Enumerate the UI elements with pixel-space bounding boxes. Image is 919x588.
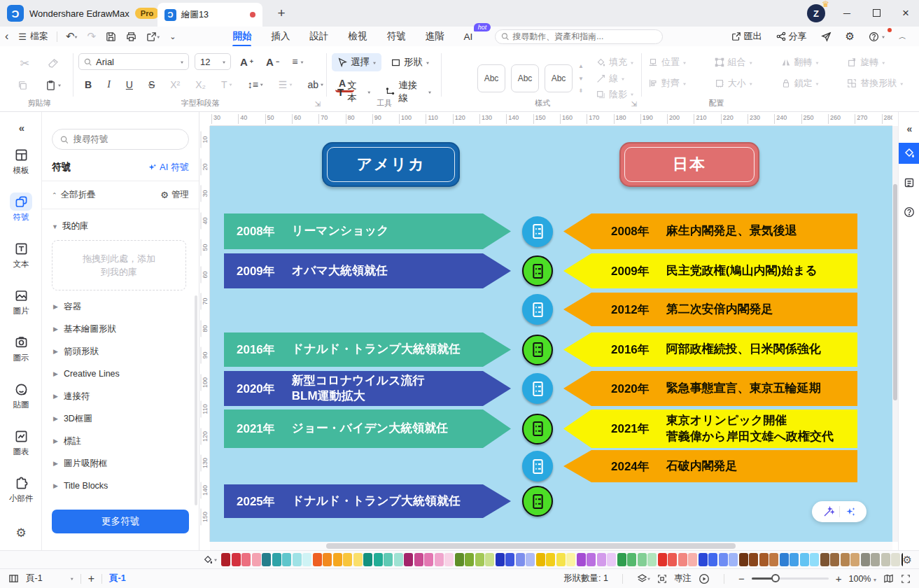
color-swatch[interactable] (404, 553, 413, 566)
color-swatch[interactable] (850, 553, 860, 566)
color-swatch[interactable] (505, 553, 514, 566)
color-swatch[interactable] (323, 553, 332, 566)
my-library-section[interactable]: ▼ 我的庫 (52, 220, 88, 232)
color-swatch[interactable] (749, 553, 758, 566)
ai-sparkles-icon[interactable] (845, 506, 856, 517)
color-swatch[interactable] (496, 553, 505, 566)
timeline-event-jp-2009年[interactable]: 2009年民主党政権(鳩山内閣)始まる (563, 253, 857, 288)
focus-label[interactable]: 專注 (674, 573, 692, 584)
layers-icon[interactable]: ▾ (637, 573, 650, 584)
collapse-ribbon-icon[interactable]: ︿ (893, 29, 912, 44)
menu-符號[interactable]: 符號 (377, 27, 415, 46)
library-標註[interactable]: ▶標註 (42, 430, 193, 452)
page-overview-icon[interactable] (8, 573, 19, 584)
decrease-font-icon[interactable]: A− (262, 54, 283, 70)
library-連接符[interactable]: ▶連接符 (42, 385, 193, 407)
color-swatch[interactable] (485, 553, 494, 566)
fit-window-icon[interactable] (901, 574, 911, 584)
color-swatch[interactable] (658, 553, 667, 566)
fill-color-picker[interactable]: ▾ (203, 555, 217, 565)
maximize-button[interactable] (869, 8, 884, 19)
timeline-node-icon[interactable] (522, 486, 553, 517)
bold-button[interactable]: B (81, 77, 95, 92)
font-size-select[interactable]: 12▾ (195, 53, 231, 70)
global-search-input[interactable] (512, 31, 657, 41)
timeline-event-us-2016年[interactable]: 2016年ドナルド・トランプ大統領就任 (224, 332, 511, 367)
subscript-button[interactable]: X₂ (192, 77, 209, 92)
document-tab[interactable]: Ɔ 繪圖13 (157, 3, 262, 27)
color-swatch[interactable] (627, 553, 636, 566)
library-容器[interactable]: ▶容器 (42, 295, 193, 318)
color-swatch[interactable] (302, 553, 311, 566)
export-button[interactable]: 匯出 (726, 28, 768, 45)
share-button[interactable]: 分享 (771, 28, 813, 45)
color-swatch[interactable] (607, 553, 616, 566)
color-swatch[interactable] (232, 553, 241, 566)
library-基本繪圖形狀[interactable]: ▶基本繪圖形狀 (42, 318, 193, 340)
color-swatch[interactable] (617, 553, 626, 566)
color-swatch[interactable] (769, 553, 778, 566)
color-swatch[interactable] (688, 553, 697, 566)
ai-symbols-button[interactable]: AI 符號 (148, 161, 189, 174)
user-avatar[interactable]: Z ♛ (807, 4, 825, 22)
timeline-event-us-2021年[interactable]: 2021年ジョー・バイデン大統領就任 (224, 410, 511, 448)
presentation-play-icon[interactable] (699, 573, 710, 584)
magic-wand-icon[interactable] (823, 506, 834, 517)
color-swatch[interactable] (394, 553, 403, 566)
more-tools-icon[interactable]: ⌄ (169, 32, 176, 41)
color-swatch[interactable] (577, 553, 586, 566)
color-swatch[interactable] (465, 553, 474, 566)
sidebar-item-圖表[interactable]: 圖表 (0, 427, 42, 457)
color-swatch[interactable] (241, 553, 251, 566)
settings-gear-icon[interactable]: ⚙ (840, 28, 860, 45)
increase-font-icon[interactable]: A+ (237, 54, 257, 70)
text-style-button[interactable]: T▾ (218, 77, 236, 92)
arrange-旋轉-button[interactable]: 旋轉▾ (847, 56, 911, 69)
menu-設計[interactable]: 設計 (300, 27, 338, 46)
color-swatch[interactable] (556, 553, 566, 566)
color-swatch[interactable] (678, 553, 687, 566)
new-tab-button[interactable]: + (273, 6, 290, 21)
color-swatch[interactable] (313, 553, 322, 566)
timeline-node-icon[interactable] (522, 373, 553, 404)
color-swatch[interactable] (424, 553, 433, 566)
color-swatch[interactable] (333, 553, 342, 566)
library-Creative Lines[interactable]: ▶Creative Lines (42, 363, 193, 385)
arrange-組合-button[interactable]: 組合▾ (715, 56, 778, 69)
horizontal-scrollbar[interactable] (210, 542, 892, 550)
color-swatch[interactable] (891, 553, 900, 566)
style-preset-2[interactable]: Abc (511, 64, 539, 92)
timeline-header-日本[interactable]: 日本 (619, 142, 759, 187)
color-swatch[interactable] (272, 553, 281, 566)
sidebar-item-小部件[interactable]: 小部件 (0, 474, 42, 504)
color-swatch[interactable] (566, 553, 575, 566)
timeline-event-us-2008年[interactable]: 2008年リーマンショック (224, 214, 511, 249)
timeline-event-jp-2012年[interactable]: 2012年第二次安倍内閣発足 (563, 293, 857, 326)
color-swatch[interactable] (374, 553, 383, 566)
sidebar-item-圖片[interactable]: 圖片 (0, 286, 42, 316)
timeline-event-us-2020年[interactable]: 2020年新型コロナウイルス流行BLM運動拡大 (224, 371, 511, 406)
underline-button[interactable]: U (122, 77, 136, 92)
color-swatch[interactable] (861, 553, 870, 566)
global-search[interactable] (495, 29, 663, 44)
page-selector[interactable]: 頁-1▾ (26, 573, 73, 584)
color-swatch[interactable] (343, 553, 352, 566)
menu-檢視[interactable]: 檢視 (338, 27, 377, 46)
help-panel-button[interactable] (899, 202, 919, 223)
color-swatch[interactable] (820, 553, 829, 566)
color-swatch[interactable] (739, 553, 748, 566)
menu-插入[interactable]: 插入 (261, 27, 300, 46)
color-swatch[interactable] (708, 553, 717, 566)
quick-export-icon[interactable]: ▾ (146, 31, 160, 42)
color-swatch[interactable] (455, 553, 464, 566)
color-swatch[interactable] (293, 553, 302, 566)
color-swatch[interactable] (435, 553, 444, 566)
color-swatch[interactable] (282, 553, 291, 566)
collapse-panel-icon[interactable]: « (0, 122, 42, 134)
style-scroll-down-icon[interactable]: ▼ (578, 76, 584, 82)
color-swatch[interactable] (881, 553, 890, 566)
menu-開始[interactable]: 開始 (223, 27, 261, 46)
zoom-level[interactable]: 100% ▾ (849, 574, 876, 584)
color-swatch[interactable] (638, 553, 647, 566)
arrange-對齊-button[interactable]: 對齊▾ (648, 77, 712, 90)
